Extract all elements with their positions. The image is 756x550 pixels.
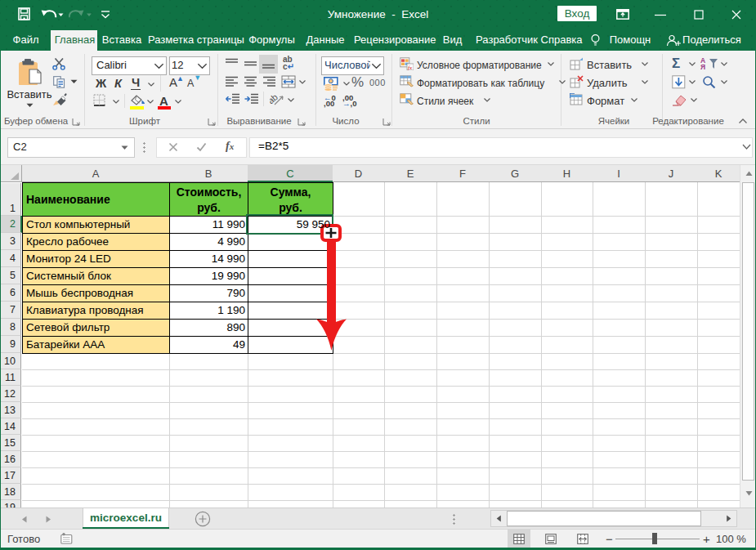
svg-text:ab: ab — [270, 92, 280, 105]
svg-text:fx: fx — [408, 65, 413, 71]
